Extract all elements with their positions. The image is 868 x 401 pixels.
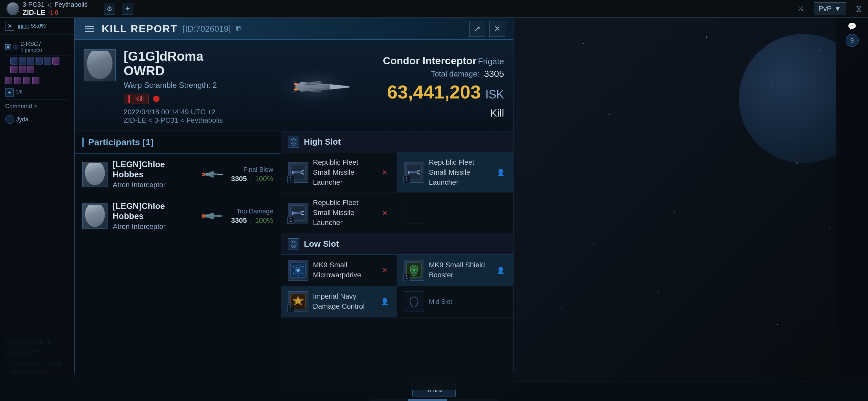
- module-icon-damage-control: 1: [288, 291, 308, 312]
- report-title: KILL REPORT: [102, 23, 178, 35]
- fleet-name: 2-RSC7: [21, 41, 42, 48]
- settings-button[interactable]: ⚙: [104, 3, 115, 14]
- sidebar-close-button[interactable]: ✕: [5, 22, 14, 31]
- module-icon-shield-booster: 1: [404, 260, 424, 281]
- filter-icon[interactable]: ⧖: [856, 4, 862, 14]
- game-background: [545, 18, 836, 382]
- close-button[interactable]: ✕: [489, 21, 505, 37]
- kill-status-text: Kill: [135, 95, 144, 102]
- module-empty-slot: [404, 203, 424, 223]
- svg-point-20: [202, 173, 205, 174]
- module-person-2[interactable]: 👤: [495, 166, 506, 178]
- low-slot-section: Low Slot: [281, 234, 513, 318]
- module-close-1[interactable]: ✕: [379, 166, 391, 178]
- pvp-selector[interactable]: PvP ▼: [814, 2, 846, 15]
- hero-section: [G1G]dRoma OWRD Warp Scramble Strength: …: [74, 40, 513, 131]
- svg-marker-24: [207, 213, 214, 215]
- mod-icon-11: [14, 77, 21, 84]
- svg-rect-41: [412, 172, 418, 173]
- second-icon-row: [5, 75, 69, 86]
- shield-svg-2: [290, 240, 298, 248]
- low-slot-name: Low Slot: [304, 239, 339, 249]
- damage-value: 3305: [484, 69, 504, 79]
- module-name-3: Republic Fleet Small Missile Launcher: [313, 198, 374, 227]
- command-section: Command >: [5, 100, 69, 113]
- report-id: [ID:7026019]: [183, 24, 231, 34]
- qty-badge-damage: 1: [287, 305, 294, 312]
- svg-point-64: [297, 299, 300, 303]
- copy-icon[interactable]: ⧉: [236, 24, 242, 33]
- module-icon-mwd: [288, 260, 308, 281]
- left-sidebar: ✕ ▮▮▯▯ 55.0% ⏸ 2-RSC7 1 jump(s): [0, 18, 74, 401]
- qty-badge-shield: 1: [403, 274, 410, 281]
- module-item-high-4: [397, 193, 513, 233]
- pause-button[interactable]: ⏸: [5, 44, 11, 50]
- fleet-indicator: ⏸: [5, 44, 18, 50]
- add-member-button[interactable]: +: [5, 89, 13, 97]
- main-content: Participants [1] [LEGN]Chloe Hobbes Atro…: [74, 131, 513, 390]
- export-icon: ↗: [474, 24, 480, 33]
- command-link[interactable]: Command >: [5, 103, 37, 110]
- module-name-mid: Mid Slot: [429, 297, 506, 306]
- player-avatar: [6, 2, 20, 15]
- module-item-high-3: 1 Republic Fleet Small Missile Launcher …: [281, 193, 397, 233]
- kill-report-header: KILL REPORT [ID:7026019] ⧉ ↗ ✕: [74, 18, 513, 40]
- ship-type-name: Condor Interceptor: [383, 55, 476, 66]
- svg-point-70: [609, 114, 610, 115]
- menu-button[interactable]: [82, 23, 97, 35]
- stars-svg: [545, 18, 836, 373]
- high-slot-name: High Slot: [304, 137, 341, 147]
- mod-icon-7: [10, 66, 18, 73]
- star-button[interactable]: ✦: [122, 3, 133, 14]
- count-text: 0/5: [16, 90, 23, 96]
- scrollbar-thumb: [408, 399, 447, 401]
- participant-stats-2: Top Damage 3305 | 100%: [231, 208, 273, 225]
- svg-point-72: [570, 179, 571, 180]
- isk-value: 63,441,203: [387, 81, 481, 103]
- ship-image-area: [252, 49, 375, 125]
- participant-card-1: [LEGN]Chloe Hobbes Atron Interceptor: [74, 154, 281, 195]
- right-panel-chat-icon[interactable]: 💬: [848, 22, 857, 31]
- participant-ship-2: Atron Interceptor: [113, 222, 195, 231]
- header-actions: ↗ ✕: [469, 21, 505, 37]
- squad-icon: [13, 45, 18, 50]
- mod-icon-9: [27, 66, 34, 73]
- gear-icon: ⚙: [106, 5, 113, 12]
- svg-marker-23: [218, 215, 223, 217]
- export-button[interactable]: ↗: [469, 21, 485, 37]
- module-person-shield[interactable]: 👤: [495, 265, 506, 276]
- participants-panel: Participants [1] [LEGN]Chloe Hobbes Atro…: [74, 131, 281, 390]
- svg-marker-19: [207, 175, 214, 178]
- module-item-low-3: 1 Imperial Navy Damage Control 👤: [281, 286, 397, 317]
- module-close-3[interactable]: ✕: [379, 207, 391, 219]
- isk-label: ISK: [485, 88, 504, 101]
- warp-scramble: Warp Scramble Strength: 2: [124, 81, 245, 90]
- star-icon: ✦: [125, 5, 130, 12]
- fleet-jumps: 1 jump(s): [21, 48, 42, 53]
- kill-status-row: ▎ Kill: [124, 94, 245, 104]
- module-close-mwd[interactable]: ✕: [379, 265, 391, 276]
- percent-stat-1: 100%: [255, 175, 273, 183]
- svg-point-76: [739, 259, 739, 260]
- scrollbar-track[interactable]: [369, 399, 499, 401]
- red-indicator: [153, 96, 159, 102]
- svg-point-66: [642, 66, 642, 66]
- module-person-damage[interactable]: 👤: [379, 296, 391, 307]
- participant-name-1: [LEGN]Chloe Hobbes: [113, 159, 195, 180]
- qty-badge-1: 1: [287, 176, 294, 183]
- svg-rect-48: [297, 212, 302, 214]
- ship-svg: [259, 58, 369, 116]
- fleet-name-info: 2-RSC7 1 jump(s): [21, 41, 42, 53]
- top-bar: 3-PC31 ◁ Feythabolis ZID-LE -1.0 ⚙ ✦ ⚔ P…: [0, 0, 868, 18]
- participant-avatar-2: [82, 204, 107, 228]
- module-icon-box-2: 1: [404, 162, 424, 183]
- add-member-row: + 0/5: [5, 89, 69, 97]
- kill-indicator: ▎: [128, 95, 133, 102]
- ship-stats: Condor Interceptor Frigate Total damage:…: [383, 49, 504, 125]
- right-panel-number-badge[interactable]: 9: [846, 34, 859, 47]
- module-name-1: Republic Fleet Small Missile Launcher: [313, 158, 374, 187]
- close-icon: ✕: [494, 24, 500, 33]
- mod-icon-8: [19, 66, 26, 73]
- module-item-low-2: 1 MK9 Small Shield Booster 👤: [397, 255, 513, 286]
- participant-face-2: [84, 205, 106, 227]
